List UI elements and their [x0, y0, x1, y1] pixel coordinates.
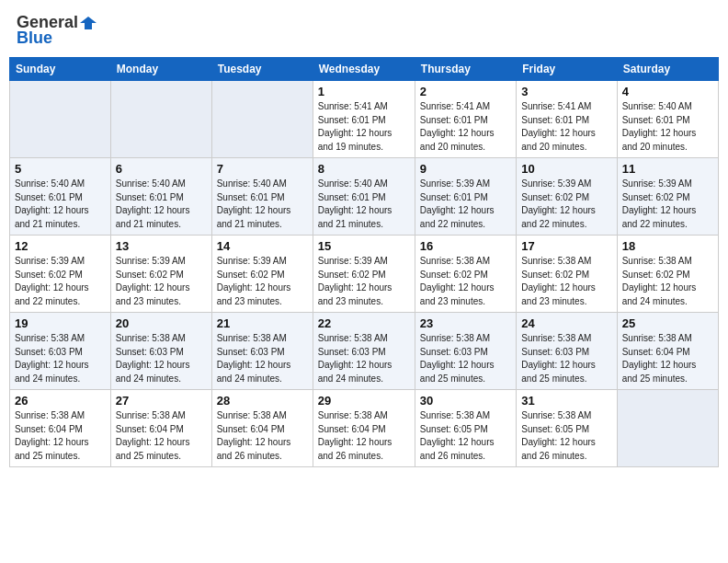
day-info: Sunrise: 5:38 AM Sunset: 6:04 PM Dayligh…	[318, 409, 410, 463]
day-info: Sunrise: 5:40 AM Sunset: 6:01 PM Dayligh…	[15, 178, 106, 231]
week-row-1: 1Sunrise: 5:41 AM Sunset: 6:01 PM Daylig…	[10, 81, 719, 158]
calendar-cell: 14Sunrise: 5:39 AM Sunset: 6:02 PM Dayli…	[211, 236, 313, 313]
logo-bird-icon	[80, 15, 97, 31]
logo: General Blue	[17, 13, 97, 48]
calendar-cell: 25Sunrise: 5:38 AM Sunset: 6:04 PM Dayli…	[617, 313, 718, 390]
header-wednesday: Wednesday	[313, 58, 415, 81]
day-info: Sunrise: 5:40 AM Sunset: 6:01 PM Dayligh…	[116, 178, 207, 231]
calendar-cell	[211, 81, 313, 158]
day-info: Sunrise: 5:38 AM Sunset: 6:03 PM Dayligh…	[420, 332, 511, 385]
calendar-cell: 17Sunrise: 5:38 AM Sunset: 6:02 PM Dayli…	[517, 236, 617, 313]
calendar-cell: 1Sunrise: 5:41 AM Sunset: 6:01 PM Daylig…	[313, 81, 415, 158]
day-number: 11	[622, 162, 713, 176]
calendar-cell: 12Sunrise: 5:39 AM Sunset: 6:02 PM Dayli…	[10, 236, 111, 313]
calendar-cell: 2Sunrise: 5:41 AM Sunset: 6:01 PM Daylig…	[415, 81, 516, 158]
day-info: Sunrise: 5:38 AM Sunset: 6:02 PM Dayligh…	[521, 255, 611, 308]
day-info: Sunrise: 5:40 AM Sunset: 6:01 PM Dayligh…	[622, 100, 713, 154]
day-info: Sunrise: 5:38 AM Sunset: 6:05 PM Dayligh…	[420, 409, 511, 463]
week-row-2: 5Sunrise: 5:40 AM Sunset: 6:01 PM Daylig…	[10, 158, 719, 236]
calendar-cell: 16Sunrise: 5:38 AM Sunset: 6:02 PM Dayli…	[415, 236, 516, 313]
day-number: 2	[420, 85, 511, 98]
week-row-3: 12Sunrise: 5:39 AM Sunset: 6:02 PM Dayli…	[10, 236, 719, 313]
calendar-cell	[110, 81, 211, 158]
day-number: 9	[420, 162, 511, 176]
calendar-cell: 27Sunrise: 5:38 AM Sunset: 6:04 PM Dayli…	[110, 390, 211, 467]
day-info: Sunrise: 5:40 AM Sunset: 6:01 PM Dayligh…	[217, 178, 308, 231]
header-tuesday: Tuesday	[211, 58, 313, 81]
calendar-cell: 30Sunrise: 5:38 AM Sunset: 6:05 PM Dayli…	[415, 390, 516, 467]
logo-blue: Blue	[17, 29, 52, 48]
day-info: Sunrise: 5:41 AM Sunset: 6:01 PM Dayligh…	[420, 100, 511, 154]
day-info: Sunrise: 5:38 AM Sunset: 6:03 PM Dayligh…	[521, 332, 611, 385]
calendar-cell: 4Sunrise: 5:40 AM Sunset: 6:01 PM Daylig…	[617, 81, 718, 158]
calendar-cell: 9Sunrise: 5:39 AM Sunset: 6:01 PM Daylig…	[415, 158, 516, 236]
day-info: Sunrise: 5:41 AM Sunset: 6:01 PM Dayligh…	[318, 100, 410, 154]
day-info: Sunrise: 5:39 AM Sunset: 6:02 PM Dayligh…	[15, 255, 106, 308]
day-number: 8	[318, 162, 410, 176]
header-friday: Friday	[517, 58, 617, 81]
day-number: 1	[318, 85, 410, 98]
svg-marker-0	[80, 17, 97, 29]
calendar-cell: 15Sunrise: 5:39 AM Sunset: 6:02 PM Dayli…	[313, 236, 415, 313]
day-info: Sunrise: 5:40 AM Sunset: 6:01 PM Dayligh…	[318, 178, 410, 231]
day-number: 20	[116, 316, 207, 330]
calendar-cell: 6Sunrise: 5:40 AM Sunset: 6:01 PM Daylig…	[110, 158, 211, 236]
day-info: Sunrise: 5:38 AM Sunset: 6:05 PM Dayligh…	[521, 409, 611, 463]
day-info: Sunrise: 5:38 AM Sunset: 6:04 PM Dayligh…	[15, 409, 106, 463]
day-number: 25	[622, 316, 713, 330]
header-monday: Monday	[110, 58, 211, 81]
calendar-table: SundayMondayTuesdayWednesdayThursdayFrid…	[9, 57, 719, 467]
calendar-cell: 10Sunrise: 5:39 AM Sunset: 6:02 PM Dayli…	[517, 158, 617, 236]
day-number: 10	[521, 162, 611, 176]
day-number: 29	[318, 394, 410, 408]
day-info: Sunrise: 5:38 AM Sunset: 6:04 PM Dayligh…	[116, 409, 207, 463]
calendar-cell: 11Sunrise: 5:39 AM Sunset: 6:02 PM Dayli…	[617, 158, 718, 236]
day-number: 19	[15, 316, 106, 330]
day-number: 27	[116, 394, 207, 408]
calendar-cell: 8Sunrise: 5:40 AM Sunset: 6:01 PM Daylig…	[313, 158, 415, 236]
day-number: 28	[217, 394, 308, 408]
day-number: 22	[318, 316, 410, 330]
day-number: 17	[521, 239, 611, 253]
calendar-cell: 24Sunrise: 5:38 AM Sunset: 6:03 PM Dayli…	[517, 313, 617, 390]
day-info: Sunrise: 5:39 AM Sunset: 6:02 PM Dayligh…	[318, 255, 410, 308]
day-number: 7	[217, 162, 308, 176]
day-info: Sunrise: 5:39 AM Sunset: 6:02 PM Dayligh…	[217, 255, 308, 308]
calendar-cell: 28Sunrise: 5:38 AM Sunset: 6:04 PM Dayli…	[211, 390, 313, 467]
day-info: Sunrise: 5:38 AM Sunset: 6:03 PM Dayligh…	[15, 332, 106, 385]
calendar-cell: 26Sunrise: 5:38 AM Sunset: 6:04 PM Dayli…	[10, 390, 111, 467]
day-info: Sunrise: 5:39 AM Sunset: 6:02 PM Dayligh…	[116, 255, 207, 308]
calendar-cell: 3Sunrise: 5:41 AM Sunset: 6:01 PM Daylig…	[517, 81, 617, 158]
day-info: Sunrise: 5:39 AM Sunset: 6:02 PM Dayligh…	[521, 178, 611, 231]
day-number: 13	[116, 239, 207, 253]
calendar-cell: 18Sunrise: 5:38 AM Sunset: 6:02 PM Dayli…	[617, 236, 718, 313]
day-info: Sunrise: 5:38 AM Sunset: 6:03 PM Dayligh…	[217, 332, 308, 385]
calendar-cell	[617, 390, 718, 467]
calendar-cell: 23Sunrise: 5:38 AM Sunset: 6:03 PM Dayli…	[415, 313, 516, 390]
header-saturday: Saturday	[617, 58, 718, 81]
day-info: Sunrise: 5:41 AM Sunset: 6:01 PM Dayligh…	[521, 100, 611, 154]
header-sunday: Sunday	[10, 58, 111, 81]
day-info: Sunrise: 5:38 AM Sunset: 6:03 PM Dayligh…	[116, 332, 207, 385]
header-thursday: Thursday	[415, 58, 516, 81]
header-row: SundayMondayTuesdayWednesdayThursdayFrid…	[10, 58, 719, 81]
day-number: 14	[217, 239, 308, 253]
page-header: General Blue	[9, 9, 719, 52]
day-number: 31	[521, 394, 611, 408]
day-number: 12	[15, 239, 106, 253]
day-info: Sunrise: 5:38 AM Sunset: 6:04 PM Dayligh…	[622, 332, 713, 385]
calendar-cell: 7Sunrise: 5:40 AM Sunset: 6:01 PM Daylig…	[211, 158, 313, 236]
calendar-cell: 29Sunrise: 5:38 AM Sunset: 6:04 PM Dayli…	[313, 390, 415, 467]
day-number: 21	[217, 316, 308, 330]
day-info: Sunrise: 5:38 AM Sunset: 6:03 PM Dayligh…	[318, 332, 410, 385]
day-info: Sunrise: 5:39 AM Sunset: 6:02 PM Dayligh…	[622, 178, 713, 231]
day-info: Sunrise: 5:39 AM Sunset: 6:01 PM Dayligh…	[420, 178, 511, 231]
calendar-cell	[10, 81, 111, 158]
week-row-5: 26Sunrise: 5:38 AM Sunset: 6:04 PM Dayli…	[10, 390, 719, 467]
calendar-cell: 21Sunrise: 5:38 AM Sunset: 6:03 PM Dayli…	[211, 313, 313, 390]
week-row-4: 19Sunrise: 5:38 AM Sunset: 6:03 PM Dayli…	[10, 313, 719, 390]
day-number: 16	[420, 239, 511, 253]
day-number: 18	[622, 239, 713, 253]
calendar-cell: 19Sunrise: 5:38 AM Sunset: 6:03 PM Dayli…	[10, 313, 111, 390]
day-number: 6	[116, 162, 207, 176]
